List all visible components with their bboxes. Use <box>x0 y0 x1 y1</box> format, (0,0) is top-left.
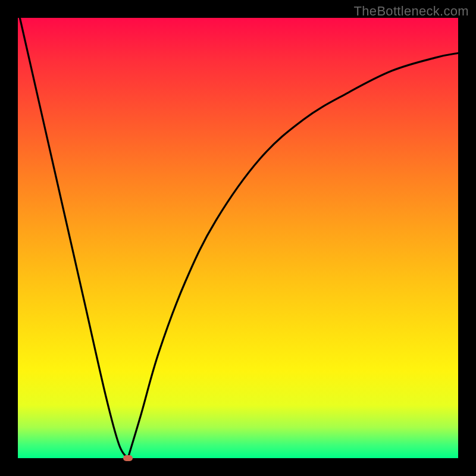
watermark-text: TheBottleneck.com <box>354 4 469 19</box>
optimum-marker <box>123 455 133 461</box>
curve-left-branch <box>18 9 128 458</box>
chart-frame: TheBottleneck.com <box>0 0 476 476</box>
plot-area <box>18 18 458 458</box>
curve-right-branch <box>128 53 458 458</box>
bottleneck-curve <box>18 18 458 458</box>
